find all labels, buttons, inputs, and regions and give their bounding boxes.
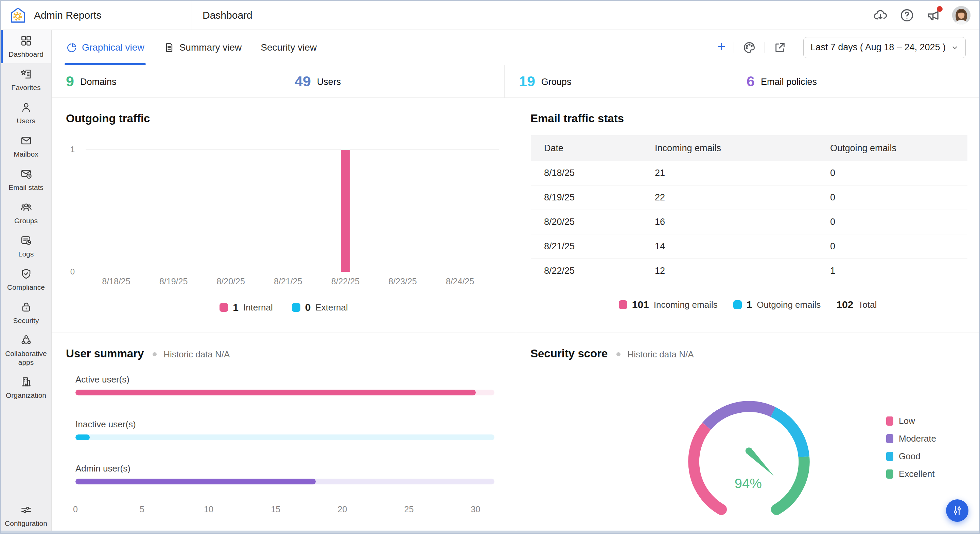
status-dot [153,352,157,356]
building-icon [20,375,33,388]
sliders-icon [20,504,33,517]
bar-internal-8-22[interactable] [341,150,350,272]
toolbar-divider [795,42,795,53]
legend-item-excellent: Excellent [886,469,936,479]
stat-label: Email policies [761,77,817,87]
widget-user-summary: User summary Historic data N/A Active us… [52,333,516,534]
widget-email-traffic-stats: Email traffic stats Date Incoming emails… [516,98,979,332]
security-score-gauge: 94% [682,396,815,528]
date-range-dropdown[interactable]: Last 7 days ( Aug 18 – 24, 2025 ) [803,37,966,58]
help-button[interactable] [899,8,915,23]
user-avatar[interactable] [952,6,970,24]
sidebar-item-groups[interactable]: Groups [1,196,51,230]
column-header-date: Date [531,143,642,154]
chevron-down-icon [951,44,959,51]
sidebar-item-logs[interactable]: Logs [1,230,51,263]
cell-outgoing: 0 [817,217,967,227]
bar-label: Admin user(s) [75,463,495,474]
sidebar-item-favorites[interactable]: Favorites [1,63,51,97]
sidebar-item-label: Security [13,316,39,325]
sidebar-item-organization[interactable]: Organization [1,371,51,404]
x-axis: 0 5 10 15 20 25 30 [75,504,495,515]
x-axis-tick: 25 [404,504,414,514]
sidebar-item-collaborative-apps[interactable]: Collaborative apps [1,329,51,371]
stat-groups[interactable]: 19 Groups [504,65,732,97]
stat-domains[interactable]: 9 Domains [52,65,280,97]
announcements-button[interactable] [926,8,941,23]
legend-label: Total [858,300,877,310]
bar-group-admin-users: Admin user(s) [75,463,495,485]
legend-swatch [886,434,893,443]
cell-incoming: 22 [642,192,817,203]
sidebar-item-configuration[interactable]: Configuration [1,499,51,532]
bar-fill[interactable] [75,434,90,440]
widget-title: Outgoing traffic [66,112,150,125]
linked-circles-icon [20,334,33,346]
sidebar-item-label: Organization [6,391,46,400]
sidebar-item-dashboard[interactable]: Dashboard [1,30,51,63]
cell-date: 8/20/25 [531,217,642,227]
sidebar-item-label: Favorites [11,83,40,92]
gauge-cap-end [771,504,782,515]
sidebar-item-label: Collaborative apps [3,349,49,367]
table-row: 8/20/25 16 0 [531,210,967,234]
download-button[interactable] [873,8,888,23]
stat-value: 49 [294,74,311,89]
sidebar-item-label: Users [17,116,35,126]
legend-swatch [733,300,742,309]
bar-fill[interactable] [75,389,476,396]
legend-swatch [292,303,301,312]
tab-security-view[interactable]: Security view [261,30,317,65]
stat-label: Users [317,77,341,87]
legend-label: Incoming emails [654,300,718,310]
customize-fab-button[interactable] [946,499,969,522]
legend-item-incoming: 101 Incoming emails [619,299,718,310]
export-share-button[interactable] [773,41,787,54]
widget-title: User summary [66,347,144,360]
cell-date: 8/22/25 [531,265,642,276]
x-axis-tick: 20 [338,504,347,514]
legend-label: Excellent [899,469,935,479]
sidebar-item-email-stats[interactable]: Email stats [1,163,51,196]
sidebar-item-users[interactable]: Users [1,97,51,130]
legend-swatch [619,300,627,309]
page-title: Dashboard [202,10,253,21]
main-area: Graphical view Summary view Security vie… [52,30,979,533]
legend-label: Good [899,451,921,462]
stat-email-policies[interactable]: 6 Email policies [732,65,979,97]
x-axis-tick: 10 [204,504,213,514]
theme-palette-button[interactable] [742,40,756,55]
sidebar-item-security[interactable]: Security [1,296,51,329]
dashboard-widgets: Outgoing traffic 1 0 8/18/25 8/19/25 8/2… [52,98,979,533]
column-header-incoming: Incoming emails [642,143,817,154]
sidebar-item-label: Configuration [5,519,47,528]
add-widget-button[interactable]: + [718,40,726,54]
stats-row: 9 Domains 49 Users 19 Groups 6 Email pol… [52,65,979,98]
app-title: Admin Reports [34,10,101,21]
widget-outgoing-traffic: Outgoing traffic 1 0 8/18/25 8/19/25 8/2… [52,98,516,332]
bar-track [75,478,495,485]
legend-value: 102 [836,299,853,310]
tab-graphical-view[interactable]: Graphical view [66,30,145,65]
x-axis-tick: 0 [73,504,78,514]
bar-track [75,389,495,396]
sidebar-item-compliance[interactable]: Compliance [1,263,51,296]
x-axis-tick: 8/23/25 [388,277,417,286]
x-axis-tick: 8/21/25 [274,277,302,286]
tab-label: Summary view [180,42,242,53]
tab-summary-view[interactable]: Summary view [164,30,242,65]
gauge-segment-moderate [707,407,773,426]
tab-label: Graphical view [82,42,145,53]
bar-fill[interactable] [75,478,316,485]
cell-incoming: 21 [642,168,817,178]
table-header-row: Date Incoming emails Outgoing emails [531,135,967,161]
sidebar-item-label: Groups [14,216,38,225]
gauge-legend: Low Moderate Good Excellent [886,416,936,479]
cell-incoming: 12 [642,265,817,276]
tab-label: Security view [261,42,317,53]
sidebar-item-mailbox[interactable]: Mailbox [1,130,51,163]
legend-swatch [220,303,228,312]
x-axis-tick: 8/19/25 [159,277,188,286]
stat-users[interactable]: 49 Users [280,65,504,97]
column-header-outgoing: Outgoing emails [817,143,967,154]
